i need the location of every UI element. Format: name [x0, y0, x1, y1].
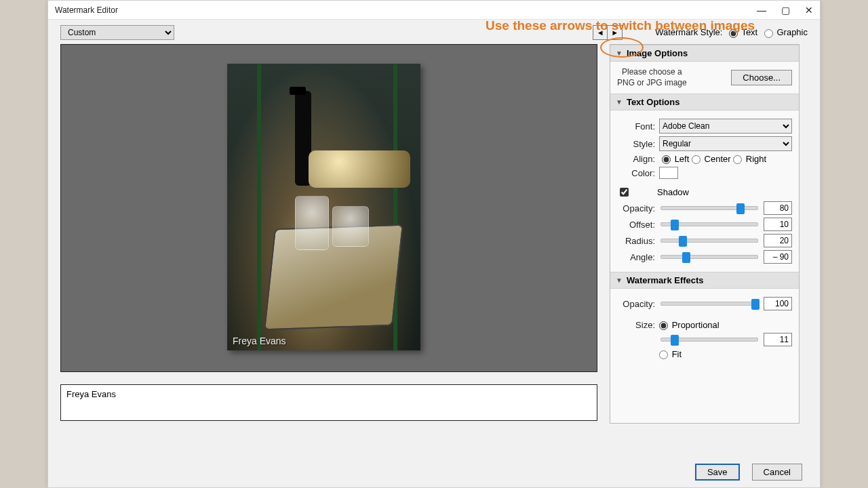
shadow-checkbox[interactable]: [620, 188, 629, 197]
shadow-offset-slider[interactable]: [660, 222, 758, 226]
shadow-label: Shadow: [657, 187, 689, 197]
shadow-radius-slider[interactable]: [660, 239, 758, 243]
effect-opacity-value[interactable]: [764, 297, 792, 310]
shadow-angle-slider[interactable]: [660, 255, 758, 259]
maximize-icon[interactable]: ▢: [781, 5, 790, 16]
shadow-angle-value[interactable]: [764, 250, 792, 264]
text-options-header[interactable]: ▼ Text Options: [610, 94, 799, 110]
shadow-radius-label: Radius:: [617, 236, 655, 246]
size-fit-radio[interactable]: Fit: [659, 349, 682, 359]
align-left-radio[interactable]: Left: [662, 154, 689, 164]
disclosure-triangle-icon: ▼: [616, 49, 623, 57]
image-preview: Freya Evans: [60, 44, 597, 372]
shadow-offset-value[interactable]: [764, 218, 792, 231]
color-swatch[interactable]: [659, 167, 678, 179]
style-label: Style:: [617, 139, 655, 149]
watermark-effects-header[interactable]: ▼ Watermark Effects: [610, 272, 799, 289]
effect-opacity-slider[interactable]: [660, 302, 758, 306]
image-options-hint: Please choose a PNG or JPG image: [617, 67, 687, 88]
close-icon[interactable]: ✕: [805, 5, 813, 16]
watermark-text-input[interactable]: [60, 384, 597, 421]
align-label: Align:: [617, 154, 655, 164]
font-label: Font:: [617, 121, 655, 131]
options-panel[interactable]: ▼ Image Options Please choose a PNG or J…: [610, 44, 800, 424]
align-center-radio[interactable]: Center: [692, 154, 731, 164]
minimize-icon[interactable]: —: [757, 5, 766, 16]
shadow-opacity-slider[interactable]: [660, 206, 758, 210]
image-options-header[interactable]: ▼ Image Options: [610, 45, 799, 62]
choose-image-button[interactable]: Choose...: [731, 70, 792, 85]
color-label: Color:: [617, 168, 655, 178]
cancel-button[interactable]: Cancel: [752, 464, 802, 481]
watermark-overlay: Freya Evans: [233, 336, 286, 346]
watermark-style-group: Watermark Style: Text Graphic: [655, 27, 808, 37]
next-image-button[interactable]: ►: [608, 25, 623, 40]
size-label: Size:: [617, 320, 655, 330]
window-title: Watermark Editor: [55, 5, 118, 15]
disclosure-triangle-icon: ▼: [616, 277, 623, 284]
save-button[interactable]: Save: [695, 464, 740, 481]
font-select[interactable]: Adobe Clean: [659, 119, 792, 134]
shadow-opacity-label: Opacity:: [617, 203, 655, 214]
shadow-angle-label: Angle:: [617, 252, 655, 262]
font-style-select[interactable]: Regular: [659, 136, 792, 151]
preview-photo: Freya Evans: [227, 64, 420, 350]
prev-image-button[interactable]: ◄: [593, 25, 608, 40]
size-proportional-value[interactable]: [764, 333, 792, 346]
watermark-style-graphic-radio[interactable]: Graphic: [764, 27, 808, 37]
disclosure-triangle-icon: ▼: [616, 98, 623, 106]
watermark-editor-window: Watermark Editor — ▢ ✕ Use these arrows …: [47, 0, 821, 488]
shadow-opacity-value[interactable]: [764, 201, 792, 215]
shadow-radius-value[interactable]: [764, 234, 792, 247]
align-right-radio[interactable]: Right: [733, 154, 766, 164]
watermark-style-label: Watermark Style:: [655, 27, 722, 37]
watermark-style-text-radio[interactable]: Text: [729, 27, 757, 37]
size-proportional-slider[interactable]: [660, 338, 758, 342]
preset-select[interactable]: Custom: [60, 25, 174, 40]
size-proportional-radio[interactable]: Proportional: [659, 320, 719, 330]
shadow-offset-label: Offset:: [617, 220, 655, 230]
titlebar: Watermark Editor — ▢ ✕: [48, 1, 820, 20]
effect-opacity-label: Opacity:: [617, 299, 655, 309]
